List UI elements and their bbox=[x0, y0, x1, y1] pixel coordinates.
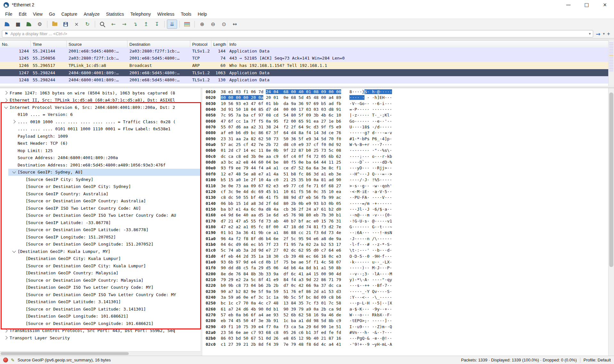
menu-capture[interactable]: Capture bbox=[58, 10, 80, 18]
detail-row[interactable]: Hop Limit: 125 bbox=[0, 147, 201, 154]
hex-ascii[interactable]: ···yD··· ··Rjj>·· bbox=[349, 166, 392, 170]
hex-ascii[interactable]: ····D`·· ····dD·% bbox=[349, 160, 392, 165]
zoom-normal-button[interactable]: ⊙ bbox=[219, 20, 229, 29]
hex-row[interactable]: 02b086 03 bd 50 67 51 0d 26 e8 65 12 9b … bbox=[202, 336, 609, 342]
column-header-protocol[interactable]: Protocol bbox=[190, 41, 211, 48]
hex-bytes[interactable]: 7c 95 7a ba cf 97 08 cd 54 80 5f 09 3b 4… bbox=[221, 113, 341, 117]
hex-ascii[interactable]: ·····=/m ·+······ bbox=[349, 201, 392, 206]
go-forward-button[interactable]: → bbox=[119, 20, 129, 29]
hex-bytes[interactable]: 90 dd d8 c5 fa 29 d5 06 4d b6 4a 8d b1 a… bbox=[221, 265, 341, 270]
hex-bytes[interactable]: dc ca c8 ed 3b 0e aa c9 6f c4 0f f4 72 0… bbox=[221, 154, 341, 159]
hex-ascii[interactable]: ······g? d····=·v bbox=[349, 130, 392, 135]
hex-row[interactable]: 0160e4 9d 6e 40 aa d5 1e 6d e5 76 98 80 … bbox=[202, 213, 609, 218]
column-header-info[interactable]: Info bbox=[227, 41, 609, 48]
hex-bytes[interactable]: 47 6f cc 1a 7f f5 0a 95 f2 00 65 91 ea 2… bbox=[221, 119, 341, 124]
hex-row[interactable]: 0250bc 1c c7 70 0a 4c c7 48 13 84 35 7c … bbox=[202, 301, 609, 306]
hex-bytes[interactable]: c8 dc 50 55 bf 46 41 f5 88 9d d7 eb 56 f… bbox=[221, 195, 341, 200]
hex-bytes[interactable]: e4 9d 6e 40 aa d5 1e 6d e5 76 98 80 eb 7… bbox=[221, 213, 341, 217]
close-capture-file-button[interactable]: × bbox=[71, 20, 82, 29]
hex-bytes[interactable]: 04 6c d9 66 ec b5 7f 23 f1 95 7a 02 2a b… bbox=[221, 242, 341, 247]
detail-row[interactable]: Ethernet II, Src: TPLink_1c:d5:a8 (60:a4… bbox=[0, 97, 201, 104]
hex-ascii[interactable]: ··n@···m ·v···{0· bbox=[349, 213, 392, 217]
hex-row[interactable]: 021079 29 e2 2a 5c 8f 41 e9 84 f4 a3 9d … bbox=[202, 277, 609, 283]
detail-row[interactable]: [Source GeoIP Longitude: 151.207052] bbox=[0, 233, 201, 241]
hex-bytes[interactable]: 00 00 00 00 20 0a 20 01 0e 68 5d 45 48 0… bbox=[221, 95, 341, 100]
hex-ascii[interactable]: =·P····· ········ bbox=[349, 107, 392, 112]
hex-ascii[interactable]: ···· · · ·h]EH··· bbox=[349, 95, 392, 100]
apply-filter-button[interactable]: → bbox=[595, 31, 601, 37]
apply-filter-caret-icon[interactable]: ▾ bbox=[603, 32, 605, 36]
packet-row[interactable]: 124655.296517TPLink_1c:d5:a8BroadcastARP… bbox=[0, 62, 609, 69]
menu-wireless[interactable]: Wireless bbox=[154, 10, 178, 18]
hex-row[interactable]: 027057 eb 0a b6 6f a4 ae 93 52 6b 62 58 … bbox=[202, 312, 609, 318]
hex-bytes[interactable]: 96 4a f2 f8 8f d6 b4 6e 2f 5c 95 94 e6 a… bbox=[221, 236, 341, 241]
detail-row[interactable]: [Source or Destination GeoIP City: Sydne… bbox=[0, 183, 201, 190]
hex-row[interactable]: 0100b5 15 a0 1e 2f 10 4a c0 21 25 35 b9 … bbox=[202, 177, 609, 183]
maximize-button[interactable]: □ bbox=[577, 0, 596, 10]
detail-row[interactable]: [Source or Destination GeoIP ISO Two Let… bbox=[0, 291, 201, 298]
detail-horizontal-scrollbar[interactable] bbox=[0, 351, 201, 356]
detail-row[interactable]: .... 0010 1000 .... .... .... .... .... … bbox=[0, 118, 201, 125]
hex-row[interactable]: 01f090 dd d8 c5 fa 29 d5 06 4d b6 4a 8d … bbox=[202, 265, 609, 271]
hex-ascii[interactable]: ···PgQ·& ·e··@!·· bbox=[349, 336, 392, 341]
hex-ascii[interactable]: ····/·J· !%5····· bbox=[349, 177, 392, 182]
bytes-vertical-scrollbar[interactable] bbox=[608, 88, 614, 356]
hex-row[interactable]: 0150ba b7 e1 4a 6c 0a d8 4a cb 36 2f 24 … bbox=[202, 207, 609, 213]
hex-ascii[interactable]: ···Jl··J ·6/$·a·· bbox=[349, 207, 392, 212]
detail-row[interactable]: [Destination GeoIP ISO Two Letter Countr… bbox=[0, 284, 201, 291]
hex-ascii[interactable]: #1·*·bPs P6_·4]p· bbox=[349, 136, 392, 141]
detail-row[interactable]: Destination Address: 2001:e68:5d45:4800:… bbox=[0, 161, 201, 169]
hex-bytes[interactable]: af e0 b6 d9 bc 86 67 3f 64 d4 8a f4 14 3… bbox=[221, 130, 341, 135]
auto-scroll-button[interactable]: ⇊ bbox=[167, 20, 177, 29]
column-header-destination[interactable]: Destination bbox=[127, 41, 190, 48]
hex-ascii[interactable]: ·-······ ·"··%s\· bbox=[349, 148, 392, 153]
hex-ascii[interactable]: ·tEPO>;· ·····]·· bbox=[349, 318, 392, 323]
detail-row[interactable]: .... .... .... 0101 0011 1000 1110 0001 … bbox=[0, 125, 201, 133]
expander-icon[interactable] bbox=[3, 92, 10, 94]
resize-columns-button[interactable]: ↔ bbox=[230, 20, 240, 29]
menu-analyze[interactable]: Analyze bbox=[80, 10, 103, 18]
detail-row[interactable]: [Source GeoIP Country: Australia] bbox=[0, 190, 201, 198]
hex-row[interactable]: 00a057 ac 25 cf 42 7e 2b 72 d8 c0 e9 37 … bbox=[202, 142, 609, 148]
hex-bytes[interactable]: a3 bc a2 e8 44 60 04 be 80 f5 0e ba 64 4… bbox=[221, 160, 341, 165]
close-button[interactable]: × bbox=[596, 0, 614, 10]
hex-row[interactable]: 006047 6f cc 1a 7f f5 0a 95 f2 00 65 91 … bbox=[202, 119, 609, 125]
go-back-button[interactable]: ← bbox=[108, 20, 119, 29]
hex-row[interactable]: 026061 a7 24 d6 4b 90 0d b1 90 39 79 a9 … bbox=[202, 307, 609, 312]
hex-bytes[interactable]: 01 2d c7 14 ec 11 8e 0b 9f 22 87 b0 25 7… bbox=[221, 148, 341, 153]
hex-bytes[interactable]: 90 a7 b2 82 9e 5f 9a 59 51 76 ef 86 2d a… bbox=[221, 289, 341, 294]
hex-row[interactable]: 01e093 6b 97 9d e4 cd 0b 1f 75 be ae 5f … bbox=[202, 260, 609, 265]
hex-ascii[interactable]: W·%·B~+r ···7···· bbox=[349, 142, 392, 147]
hex-row[interactable]: 00403d 91 50 18 04 85 d7 d4 00 00 17 03 … bbox=[202, 107, 609, 113]
scrollbar-thumb[interactable] bbox=[609, 93, 613, 267]
hex-bytes[interactable]: 49 f1 10 75 39 e4 f7 0a f3 ca 5a 29 6d 9… bbox=[221, 324, 341, 329]
detail-row[interactable]: [Source or Destination GeoIP Longitude: … bbox=[0, 320, 201, 327]
column-header-source[interactable]: Source bbox=[67, 41, 127, 48]
hex-bytes[interactable]: 3e 0e 73 aa 09 67 02 e3 e9 77 cd fe 71 6… bbox=[221, 183, 341, 188]
column-header-length[interactable]: Length bbox=[211, 41, 227, 48]
hex-ascii[interactable]: ··:6A··· ···!·msN bbox=[349, 230, 392, 235]
hex-row[interactable]: 00b001 2d c7 14 ec 11 8e 0b 9f 22 87 b0 … bbox=[202, 148, 609, 154]
go-to-packet-button[interactable]: ↴ bbox=[130, 20, 140, 29]
hex-bytes[interactable]: b5 15 a0 1e 2f 10 4a c0 21 25 35 b9 0a 8… bbox=[221, 177, 341, 182]
hex-row[interactable]: 014006 bb 15 1d a8 3d 2f 6d 80 2b 0b e9 … bbox=[202, 201, 609, 207]
minimize-button[interactable]: — bbox=[559, 0, 577, 10]
zoom-out-button[interactable]: ⊖ bbox=[208, 20, 218, 29]
expert-info-icon[interactable] bbox=[3, 358, 8, 362]
go-first-packet-button[interactable]: ↥ bbox=[141, 20, 151, 29]
column-header-no[interactable]: No. bbox=[0, 41, 31, 48]
filter-bookmark-icon[interactable]: ⚑ bbox=[4, 31, 8, 36]
packet-row[interactable]: 124555.2508562a03:2880:f27f:1cb:…2001:e6… bbox=[0, 55, 609, 62]
status-profile[interactable]: Profile: Default bbox=[584, 358, 611, 362]
menu-statistics[interactable]: Statistics bbox=[103, 10, 127, 18]
hex-bytes[interactable]: eb 74 45 50 4f 3e 3b 91 1c ba a1 dd 98 5… bbox=[221, 318, 341, 323]
hex-row[interactable]: 02403a 59 a6 0e ef 3c 1c 1a 9b 5c 5f bc … bbox=[202, 295, 609, 301]
menu-help[interactable]: Help bbox=[194, 10, 210, 18]
hex-row[interactable]: 01a096 4a f2 f8 8f d6 b4 6e 2f 5c 95 94 … bbox=[202, 236, 609, 242]
hex-bytes[interactable]: 79 29 e2 2a 5c 8f 41 e9 84 f4 a3 9d 22 8… bbox=[221, 277, 341, 282]
save-capture-file-button[interactable] bbox=[61, 20, 71, 29]
hex-row[interactable]: 02008e de 76 84 8b 3b 33 9a df 6c 41 a4 … bbox=[202, 271, 609, 277]
hex-row[interactable]: 007055 07 d6 aa a2 31 38 24 f2 2f 64 9c … bbox=[202, 125, 609, 130]
hex-row[interactable]: 0120cf 3c 9e 4d dc 69 45 b1 10 61 f5 56 … bbox=[202, 189, 609, 195]
hex-row[interactable]: 00e093 f9 ee 79 44 f4 a4 a1 ce d7 52 6a … bbox=[202, 166, 609, 171]
